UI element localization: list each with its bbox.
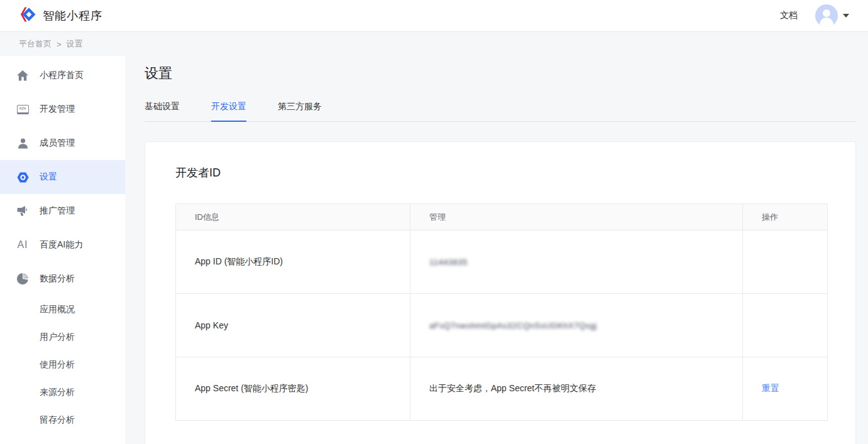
brand-title: 智能小程序 <box>43 8 102 23</box>
brand[interactable]: 智能小程序 <box>19 6 102 26</box>
chevron-down-icon[interactable] <box>843 14 849 18</box>
row-label: App Key <box>176 294 410 357</box>
tab-basic-settings[interactable]: 基础设置 <box>145 101 180 122</box>
column-header-manage: 管理 <box>410 204 743 230</box>
sidebar-subitem-source-analysis[interactable]: 来源分析 <box>0 379 125 406</box>
sidebar-item-baidu-ai[interactable]: AI 百度AI能力 <box>0 228 125 262</box>
table-header-row: ID信息 管理 操作 <box>176 204 828 230</box>
page-title: 设置 <box>145 64 856 83</box>
member-icon <box>16 138 30 149</box>
docs-link[interactable]: 文档 <box>780 10 798 21</box>
row-action-cell: 重置 <box>743 357 828 421</box>
reset-app-secret-button[interactable]: 重置 <box>762 383 779 393</box>
breadcrumb-current: 设置 <box>67 38 83 50</box>
sidebar-subitem-usage-analysis[interactable]: 使用分析 <box>0 351 125 379</box>
column-header-id-info: ID信息 <box>176 204 410 230</box>
tab-dev-settings[interactable]: 开发设置 <box>211 101 246 122</box>
app-id-value-blurred: 11443835 <box>429 257 468 267</box>
sidebar-item-label: 成员管理 <box>40 138 75 149</box>
breadcrumb-home-link[interactable]: 平台首页 <box>19 38 52 50</box>
user-menu[interactable] <box>815 4 849 27</box>
row-label: App Secret (智能小程序密匙) <box>176 357 410 421</box>
sidebar-item-label: 设置 <box>40 171 57 183</box>
row-action-cell <box>743 230 828 294</box>
sidebar-item-dev-manage[interactable]: </> 开发管理 <box>0 92 125 126</box>
breadcrumb-separator: > <box>57 40 62 49</box>
settings-tabs: 基础设置 开发设置 第三方服务 <box>145 101 856 122</box>
sidebar-subitem-retention-analysis[interactable]: 留存分析 <box>0 406 125 434</box>
row-value: 11443835 <box>410 230 743 294</box>
tab-third-party[interactable]: 第三方服务 <box>278 101 322 122</box>
main-content: 设置 基础设置 开发设置 第三方服务 开发者ID ID信息 管理 操作 <box>125 56 868 444</box>
table-row-app-id: App ID (智能小程序ID) 11443835 <box>176 230 828 294</box>
developer-id-heading: 开发者ID <box>175 165 825 180</box>
row-action-cell <box>743 294 828 357</box>
sidebar: 小程序首页 </> 开发管理 成员管理 设置 推广管理 <box>0 56 125 444</box>
pie-chart-icon <box>16 273 30 284</box>
row-label: App ID (智能小程序ID) <box>176 230 410 294</box>
sidebar-item-members[interactable]: 成员管理 <box>0 126 125 160</box>
sidebar-item-label: 百度AI能力 <box>40 239 83 251</box>
avatar-person-icon <box>823 9 830 17</box>
table-row-app-key: App Key aFsQ7nwshmtGpAs32CQnSsUGKhX7Qsgj <box>176 294 828 357</box>
sidebar-item-label: 数据分析 <box>40 273 75 284</box>
column-header-action: 操作 <box>743 204 828 230</box>
sidebar-item-label: 推广管理 <box>40 205 75 217</box>
sidebar-item-label: 开发管理 <box>40 104 75 115</box>
gear-icon <box>16 172 30 183</box>
megaphone-icon <box>16 206 30 216</box>
sidebar-item-label: 小程序首页 <box>40 70 84 81</box>
sidebar-subitem-user-analysis[interactable]: 用户分析 <box>0 323 125 351</box>
developer-id-table: ID信息 管理 操作 App ID (智能小程序ID) 11443835 App… <box>175 203 828 421</box>
user-avatar[interactable] <box>815 4 838 27</box>
sidebar-item-home[interactable]: 小程序首页 <box>0 58 125 92</box>
breadcrumb: 平台首页 > 设置 <box>0 32 868 56</box>
brand-logo-icon <box>19 6 36 26</box>
developer-id-card: 开发者ID ID信息 管理 操作 App ID (智能小程序ID) 114438… <box>145 141 856 444</box>
home-icon <box>16 70 30 81</box>
sidebar-item-data-analysis[interactable]: 数据分析 <box>0 262 125 296</box>
row-value: aFsQ7nwshmtGpAs32CQnSsUGKhX7Qsgj <box>410 294 743 357</box>
sidebar-subitem-app-overview[interactable]: 应用概况 <box>0 296 125 323</box>
table-row-app-secret: App Secret (智能小程序密匙) 出于安全考虑，App Secret不再… <box>176 357 828 421</box>
app-key-value-blurred: aFsQ7nwshmtGpAs32CQnSsUGKhX7Qsgj <box>429 321 597 330</box>
row-value: 出于安全考虑，App Secret不再被明文保存 <box>410 357 743 421</box>
sidebar-item-settings[interactable]: 设置 <box>0 160 125 194</box>
ai-icon: AI <box>16 239 30 251</box>
top-header: 智能小程序 文档 <box>0 0 868 32</box>
code-icon: </> <box>16 105 30 114</box>
sidebar-item-promotion[interactable]: 推广管理 <box>0 194 125 228</box>
